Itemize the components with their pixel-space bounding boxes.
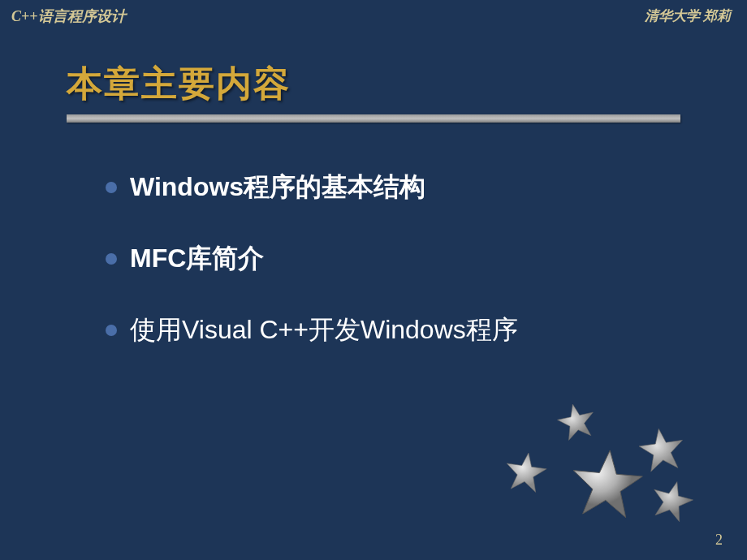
header-course-title: C++语言程序设计 bbox=[11, 6, 126, 26]
title-section: 本章主要内容 bbox=[67, 60, 680, 123]
star-icon bbox=[552, 398, 600, 446]
bullet-icon bbox=[106, 325, 117, 336]
star-icon bbox=[565, 443, 649, 527]
decorative-stars bbox=[475, 386, 702, 540]
star-icon bbox=[500, 447, 551, 498]
list-item: MFC库简介 bbox=[106, 241, 747, 277]
bullet-text: 使用Visual C++开发Windows程序 bbox=[130, 312, 518, 348]
bullet-text: Windows程序的基本结构 bbox=[130, 170, 425, 205]
page-number: 2 bbox=[715, 532, 723, 549]
star-icon bbox=[645, 474, 699, 528]
slide-title: 本章主要内容 bbox=[67, 60, 680, 108]
list-item: 使用Visual C++开发Windows程序 bbox=[106, 312, 747, 348]
list-item: Windows程序的基本结构 bbox=[106, 170, 747, 205]
title-underline bbox=[67, 114, 680, 123]
bullet-icon bbox=[106, 253, 117, 265]
star-icon bbox=[634, 423, 689, 478]
header-author: 清华大学 郑莉 bbox=[645, 6, 731, 26]
content-section: Windows程序的基本结构 MFC库简介 使用Visual C++开发Wind… bbox=[106, 170, 747, 348]
slide-header: C++语言程序设计 清华大学 郑莉 bbox=[0, 0, 747, 29]
bullet-text: MFC库简介 bbox=[130, 241, 264, 277]
bullet-icon bbox=[106, 182, 117, 193]
